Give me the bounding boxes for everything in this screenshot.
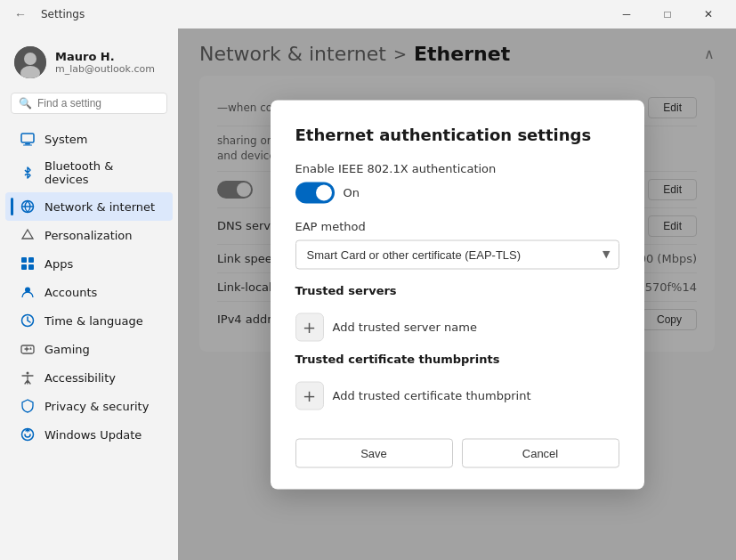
avatar xyxy=(14,46,46,78)
add-server-row: + Add trusted server name xyxy=(295,305,619,348)
svg-rect-3 xyxy=(21,134,34,142)
time-icon xyxy=(20,312,36,329)
sidebar-label-personalization: Personalization xyxy=(44,229,133,242)
sidebar-item-network[interactable]: Network & internet xyxy=(5,192,173,221)
network-icon xyxy=(20,199,36,215)
eap-method-select[interactable]: Smart Card or other certificate (EAP-TLS… xyxy=(295,239,619,269)
title-bar: ← Settings ─ □ ✕ xyxy=(0,0,736,28)
add-cert-row: + Add trusted certificate thumbprint xyxy=(295,374,619,417)
svg-point-1 xyxy=(24,53,36,65)
trusted-certs-title: Trusted certificate thumbprints xyxy=(295,352,619,365)
sidebar-label-update: Windows Update xyxy=(44,428,142,442)
eap-method-label: EAP method xyxy=(295,219,619,232)
search-box[interactable]: 🔍 xyxy=(11,93,167,114)
svg-point-14 xyxy=(27,372,29,375)
sidebar-item-gaming[interactable]: Gaming xyxy=(5,335,173,363)
sidebar-label-accessibility: Accessibility xyxy=(44,371,116,385)
sidebar-label-apps: Apps xyxy=(44,257,73,271)
svg-rect-9 xyxy=(21,264,27,270)
cancel-button[interactable]: Cancel xyxy=(462,438,619,467)
save-button[interactable]: Save xyxy=(295,438,453,467)
sidebar-item-accessibility[interactable]: Accessibility xyxy=(5,363,173,392)
personalization-icon xyxy=(20,227,36,243)
close-button[interactable]: ✕ xyxy=(688,0,729,28)
system-icon xyxy=(20,131,36,147)
search-icon: 🔍 xyxy=(19,97,32,110)
sidebar: Mauro H. m_lab@outlook.com 🔍 System Blue… xyxy=(0,28,178,560)
search-input[interactable] xyxy=(37,97,159,110)
back-button[interactable]: ← xyxy=(7,4,34,25)
sidebar-label-time: Time & language xyxy=(44,314,143,328)
user-name: Mauro H. xyxy=(55,50,155,63)
accounts-icon xyxy=(20,284,36,300)
sidebar-item-time[interactable]: Time & language xyxy=(5,306,173,335)
window-controls: ─ □ ✕ xyxy=(606,0,729,28)
sidebar-label-system: System xyxy=(44,133,87,146)
toggle-on-label: On xyxy=(344,186,360,199)
apps-icon xyxy=(20,256,36,272)
trusted-servers-title: Trusted servers xyxy=(295,283,619,296)
maximize-button[interactable]: □ xyxy=(647,0,688,28)
sidebar-item-personalization[interactable]: Personalization xyxy=(5,221,173,249)
sidebar-label-privacy: Privacy & security xyxy=(44,400,149,413)
minimize-button[interactable]: ─ xyxy=(606,0,647,28)
eap-method-row: EAP method Smart Card or other certifica… xyxy=(295,219,619,269)
dialog-footer: Save Cancel xyxy=(295,438,619,467)
title-bar-left: ← Settings xyxy=(7,4,85,25)
svg-rect-4 xyxy=(25,143,30,145)
add-cert-label: Add trusted certificate thumbprint xyxy=(333,389,531,402)
add-server-button[interactable]: + xyxy=(295,312,324,341)
trusted-certs-section: Trusted certificate thumbprints + Add tr… xyxy=(295,352,619,417)
main-content: Network & internet > Ethernet ∧ —when co… xyxy=(178,28,736,560)
sidebar-item-privacy[interactable]: Privacy & security xyxy=(5,392,173,420)
sidebar-item-bluetooth[interactable]: Bluetooth & devices xyxy=(5,153,173,192)
update-icon xyxy=(20,426,36,442)
ethernet-auth-dialog: Ethernet authentication settings Enable … xyxy=(271,100,644,489)
enable-auth-row: Enable IEEE 802.1X authentication On xyxy=(295,161,619,203)
eap-select-wrapper: Smart Card or other certificate (EAP-TLS… xyxy=(295,239,619,269)
user-profile: Mauro H. m_lab@outlook.com xyxy=(0,36,178,93)
accessibility-icon xyxy=(20,369,36,386)
sidebar-item-apps[interactable]: Apps xyxy=(5,249,173,278)
dialog-title: Ethernet authentication settings xyxy=(295,125,619,143)
sidebar-item-system[interactable]: System xyxy=(5,125,173,153)
add-server-label: Add trusted server name xyxy=(333,321,477,334)
trusted-servers-section: Trusted servers + Add trusted server nam… xyxy=(295,283,619,348)
app-layout: Mauro H. m_lab@outlook.com 🔍 System Blue… xyxy=(0,28,736,560)
user-email: m_lab@outlook.com xyxy=(55,63,155,75)
ieee-toggle[interactable] xyxy=(295,182,335,203)
add-cert-button[interactable]: + xyxy=(295,381,324,410)
svg-rect-7 xyxy=(21,257,27,263)
user-info: Mauro H. m_lab@outlook.com xyxy=(55,50,155,75)
sidebar-item-accounts[interactable]: Accounts xyxy=(5,278,173,306)
sidebar-label-network: Network & internet xyxy=(44,200,155,214)
toggle-row: On xyxy=(295,182,619,203)
svg-rect-10 xyxy=(28,264,34,270)
bluetooth-icon xyxy=(20,165,36,181)
sidebar-label-bluetooth: Bluetooth & devices xyxy=(44,159,158,186)
svg-rect-5 xyxy=(23,145,32,146)
sidebar-item-update[interactable]: Windows Update xyxy=(5,420,173,449)
gaming-icon xyxy=(20,341,36,357)
app-title: Settings xyxy=(41,8,85,20)
enable-auth-label: Enable IEEE 802.1X authentication xyxy=(295,161,619,174)
privacy-icon xyxy=(20,398,36,414)
sidebar-label-gaming: Gaming xyxy=(44,343,90,356)
svg-rect-8 xyxy=(28,257,34,263)
sidebar-label-accounts: Accounts xyxy=(44,286,97,299)
